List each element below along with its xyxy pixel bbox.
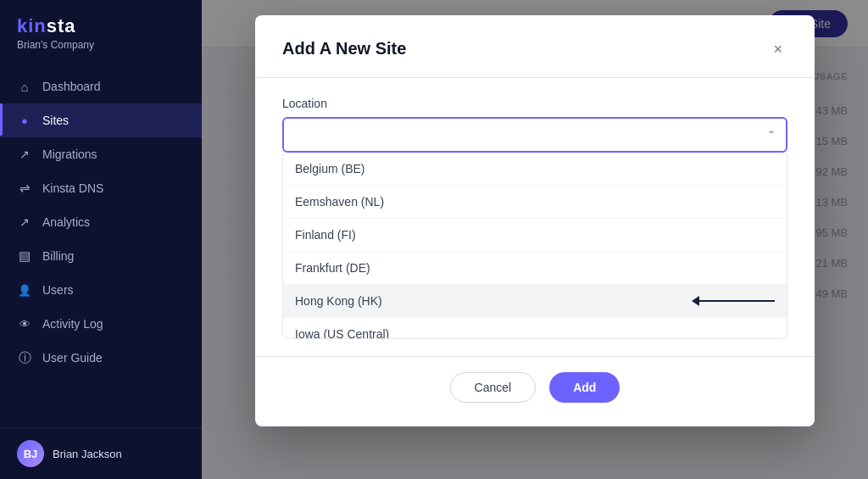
sidebar-item-analytics[interactable]: ↗ Analytics bbox=[0, 205, 202, 239]
analytics-icon: ↗ bbox=[17, 214, 32, 230]
modal-add-new-site: Add A New Site × Location ⌃ Belgium (BE)… bbox=[255, 15, 815, 426]
nav-item-wrap-sites: ● Sites bbox=[0, 103, 202, 137]
activity-log-icon: 👁 bbox=[17, 316, 32, 331]
sidebar-item-label: Migrations bbox=[42, 148, 97, 161]
sidebar-item-label: Sites bbox=[42, 114, 69, 127]
sidebar-item-sites[interactable]: ● Sites bbox=[0, 103, 202, 137]
location-select-wrapper: ⌃ bbox=[282, 117, 787, 153]
arrow-annotation bbox=[698, 300, 775, 302]
modal-header: Add A New Site × bbox=[282, 39, 787, 58]
modal-close-button[interactable]: × bbox=[768, 40, 787, 58]
sidebar-item-label: Kinsta DNS bbox=[42, 181, 103, 195]
location-input[interactable] bbox=[282, 117, 787, 153]
users-icon: 👤 bbox=[17, 282, 32, 298]
sidebar-item-label: Dashboard bbox=[42, 80, 101, 93]
location-dropdown[interactable]: Belgium (BE) Eemshaven (NL) Finland (FI)… bbox=[282, 153, 787, 339]
company-name: Brian's Company bbox=[17, 39, 185, 51]
nav-item-wrap-users: 👤 Users bbox=[0, 273, 202, 307]
sidebar-item-label: Billing bbox=[42, 249, 74, 263]
nav-item-wrap-analytics: ↗ Analytics bbox=[0, 205, 202, 239]
nav-item-wrap-kinsta-dns: ⇌ Kinsta DNS bbox=[0, 171, 202, 205]
dropdown-item-iowa[interactable]: Iowa (US Central) bbox=[283, 318, 787, 339]
user-name: Brian Jackson bbox=[53, 448, 122, 460]
sites-icon: ● bbox=[17, 113, 32, 128]
sidebar-item-label: User Guide bbox=[42, 351, 103, 365]
nav-item-wrap-user-guide: ⓘ User Guide bbox=[0, 341, 202, 375]
sidebar-user[interactable]: BJ Brian Jackson bbox=[0, 427, 202, 479]
modal-title: Add A New Site bbox=[282, 39, 406, 58]
avatar: BJ bbox=[17, 440, 44, 467]
add-button[interactable]: Add bbox=[549, 372, 620, 403]
user-guide-icon: ⓘ bbox=[17, 350, 32, 365]
arrow-line bbox=[698, 300, 775, 302]
sidebar-item-user-guide[interactable]: ⓘ User Guide bbox=[0, 341, 202, 375]
sidebar-item-label: Analytics bbox=[42, 215, 90, 229]
billing-icon: ▤ bbox=[17, 248, 32, 264]
sidebar-item-migrations[interactable]: ↗ Migrations bbox=[0, 137, 202, 171]
modal-header-divider bbox=[255, 77, 815, 78]
nav-item-wrap-migrations: ↗ Migrations bbox=[0, 137, 202, 171]
sidebar: kinsta Brian's Company ⌂ Dashboard ● Sit… bbox=[0, 0, 202, 479]
dropdown-item-finland[interactable]: Finland (FI) bbox=[283, 219, 787, 252]
sidebar-logo: kinsta Brian's Company bbox=[0, 0, 202, 63]
sidebar-item-users[interactable]: 👤 Users bbox=[0, 273, 202, 307]
arrow-head bbox=[692, 296, 699, 306]
modal-footer-divider bbox=[255, 356, 815, 357]
sidebar-item-label: Activity Log bbox=[42, 317, 103, 331]
sidebar-item-kinsta-dns[interactable]: ⇌ Kinsta DNS bbox=[0, 171, 202, 205]
nav-item-wrap-billing: ▤ Billing bbox=[0, 239, 202, 273]
nav-item-wrap-dashboard: ⌂ Dashboard bbox=[0, 70, 202, 103]
dropdown-item-eemshaven[interactable]: Eemshaven (NL) bbox=[283, 186, 787, 219]
dropdown-item-hong-kong[interactable]: Hong Kong (HK) bbox=[283, 285, 787, 318]
active-indicator bbox=[0, 103, 3, 136]
logo: kinsta bbox=[17, 15, 185, 37]
sidebar-item-billing[interactable]: ▤ Billing bbox=[0, 239, 202, 273]
nav-item-wrap-activity-log: 👁 Activity Log bbox=[0, 307, 202, 341]
sidebar-nav: ⌂ Dashboard ● Sites ↗ Migrations ⇌ Kinst… bbox=[0, 63, 202, 427]
sidebar-item-label: Users bbox=[42, 283, 74, 297]
migrations-icon: ↗ bbox=[17, 147, 32, 162]
sidebar-item-dashboard[interactable]: ⌂ Dashboard bbox=[0, 70, 202, 103]
home-icon: ⌂ bbox=[17, 79, 32, 94]
cancel-button[interactable]: Cancel bbox=[450, 372, 537, 403]
modal-footer: Cancel Add bbox=[282, 372, 787, 403]
main-area: Add Site DISK USAGE 965.43 MB 62.15 MB 9… bbox=[202, 0, 868, 479]
avatar-initials: BJ bbox=[24, 448, 38, 460]
dropdown-item-belgium[interactable]: Belgium (BE) bbox=[283, 153, 787, 186]
location-label: Location bbox=[282, 97, 787, 110]
dns-icon: ⇌ bbox=[17, 181, 32, 196]
dropdown-item-frankfurt[interactable]: Frankfurt (DE) bbox=[283, 252, 787, 285]
sidebar-item-activity-log[interactable]: 👁 Activity Log bbox=[0, 307, 202, 341]
